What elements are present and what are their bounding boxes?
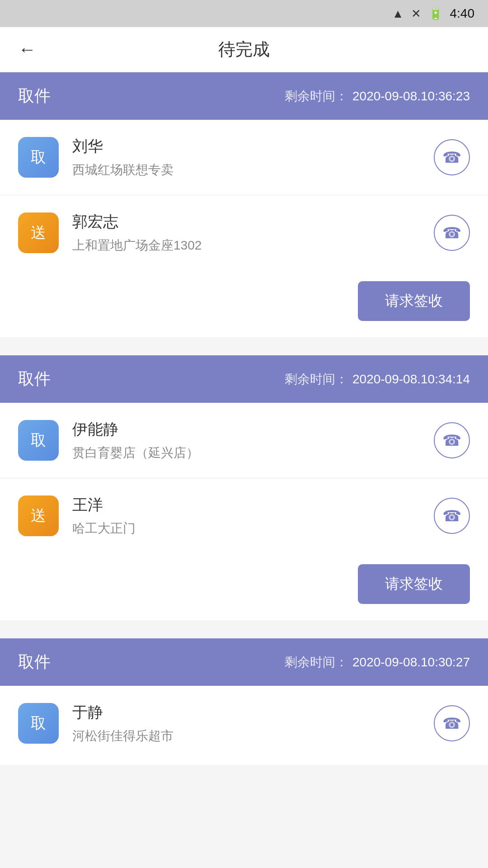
sim-icon: ✕	[411, 7, 421, 21]
deliver-phone-button[interactable]: ☎	[434, 498, 470, 534]
deliver-address: 哈工大正门	[72, 520, 420, 537]
order-card-1: 取件 剩余时间： 2020-09-08.10:36:23 取 刘华 西城红场联想…	[0, 72, 488, 337]
card-header: 取件 剩余时间： 2020-09-08.10:30:27	[0, 638, 488, 686]
phone-icon: ☎	[442, 224, 461, 242]
pickup-name: 刘华	[72, 136, 420, 157]
time-label: 剩余时间：	[285, 654, 348, 671]
deliver-row: 送 王洋 哈工大正门 ☎	[0, 478, 488, 553]
pickup-info: 于静 河松街佳得乐超市	[72, 702, 420, 745]
deliver-name: 郭宏志	[72, 212, 420, 232]
top-nav: ← 待完成	[0, 27, 488, 72]
phone-icon: ☎	[442, 148, 461, 166]
orders-list: 取件 剩余时间： 2020-09-08.10:36:23 取 刘华 西城红场联想…	[0, 72, 488, 765]
sign-row: 请求签收	[0, 270, 488, 337]
page-title: 待完成	[218, 38, 270, 61]
pickup-avatar: 取	[18, 420, 59, 461]
deliver-info: 王洋 哈工大正门	[72, 495, 420, 537]
card-time: 剩余时间： 2020-09-08.10:36:23	[285, 88, 470, 105]
pickup-info: 伊能静 贯白育婴店（延兴店）	[72, 419, 420, 462]
time-label: 剩余时间：	[285, 371, 348, 388]
pickup-phone-button[interactable]: ☎	[434, 422, 470, 458]
phone-icon: ☎	[442, 507, 461, 525]
sign-button[interactable]: 请求签收	[358, 281, 470, 321]
card-type: 取件	[18, 651, 51, 673]
card-header: 取件 剩余时间： 2020-09-08.10:34:14	[0, 355, 488, 403]
wifi-icon: ▲	[392, 7, 404, 21]
pickup-phone-button[interactable]: ☎	[434, 139, 470, 175]
card-spacer	[0, 629, 488, 638]
phone-icon: ☎	[442, 431, 461, 449]
pickup-avatar: 取	[18, 703, 59, 744]
phone-icon: ☎	[442, 714, 461, 732]
status-bar: ▲ ✕ 🔋 4:40	[0, 0, 488, 27]
time-value: 2020-09-08.10:36:23	[352, 89, 470, 104]
card-time: 剩余时间： 2020-09-08.10:30:27	[285, 654, 470, 671]
pickup-row: 取 于静 河松街佳得乐超市 ☎	[0, 686, 488, 761]
pickup-address: 贯白育婴店（延兴店）	[72, 444, 420, 462]
sign-row: 请求签收	[0, 553, 488, 620]
pickup-name: 伊能静	[72, 419, 420, 440]
pickup-row: 取 伊能静 贯白育婴店（延兴店） ☎	[0, 403, 488, 478]
pickup-address: 西城红场联想专卖	[72, 161, 420, 179]
card-time: 剩余时间： 2020-09-08.10:34:14	[285, 371, 470, 388]
pickup-info: 刘华 西城红场联想专卖	[72, 136, 420, 179]
pickup-address: 河松街佳得乐超市	[72, 727, 420, 745]
sign-row: 请求签收	[0, 761, 488, 765]
pickup-name: 于静	[72, 702, 420, 723]
deliver-avatar: 送	[18, 495, 59, 536]
deliver-phone-button[interactable]: ☎	[434, 215, 470, 251]
card-spacer	[0, 346, 488, 355]
time-value: 2020-09-08.10:30:27	[352, 655, 470, 670]
pickup-avatar: 取	[18, 137, 59, 178]
order-card-2: 取件 剩余时间： 2020-09-08.10:34:14 取 伊能静 贯白育婴店…	[0, 355, 488, 620]
pickup-phone-button[interactable]: ☎	[434, 705, 470, 741]
deliver-name: 王洋	[72, 495, 420, 515]
pickup-row: 取 刘华 西城红场联想专卖 ☎	[0, 120, 488, 195]
back-button[interactable]: ←	[14, 35, 41, 64]
time-label: 剩余时间：	[285, 88, 348, 105]
order-card-3: 取件 剩余时间： 2020-09-08.10:30:27 取 于静 河松街佳得乐…	[0, 638, 488, 765]
sign-button[interactable]: 请求签收	[358, 564, 470, 604]
deliver-info: 郭宏志 上和置地广场金座1302	[72, 212, 420, 254]
card-type: 取件	[18, 368, 51, 390]
battery-icon: 🔋	[428, 7, 443, 21]
deliver-avatar: 送	[18, 212, 59, 253]
time-value: 2020-09-08.10:34:14	[352, 372, 470, 387]
deliver-address: 上和置地广场金座1302	[72, 237, 420, 254]
deliver-row: 送 郭宏志 上和置地广场金座1302 ☎	[0, 195, 488, 270]
card-type: 取件	[18, 85, 51, 107]
card-header: 取件 剩余时间： 2020-09-08.10:36:23	[0, 72, 488, 120]
status-time: 4:40	[450, 6, 475, 21]
